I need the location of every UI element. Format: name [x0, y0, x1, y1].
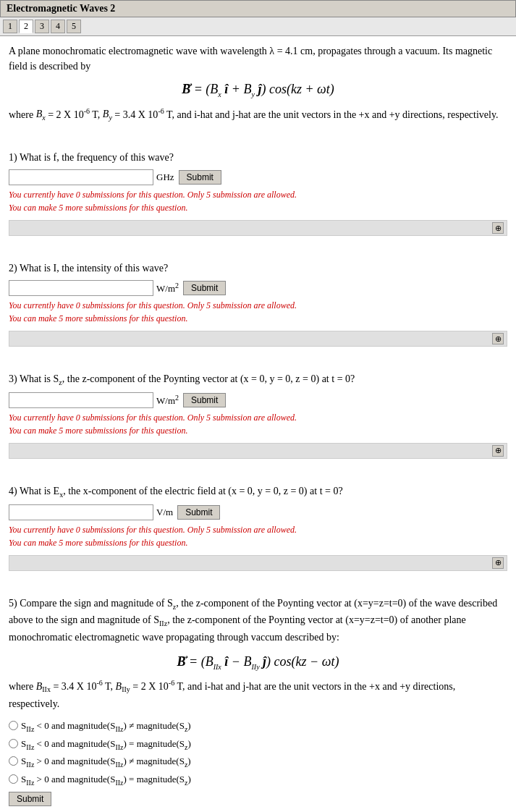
q2-input-row: W/m2 Submit — [9, 280, 507, 296]
q2-unit: W/m2 — [156, 282, 179, 295]
q5-radio-2[interactable] — [9, 739, 18, 748]
q4-input-row: V/m Submit — [9, 504, 507, 520]
q5-option-4: SIIz > 0 and magnitude(SIIz) = magnitude… — [9, 773, 507, 788]
q4-submission-info: You currently have 0 submissions for thi… — [9, 523, 507, 549]
tab-bar: 1 2 3 4 5 — [0, 17, 516, 36]
q1-label: 1) What is f, the frequency of this wave… — [9, 150, 507, 165]
tab-2[interactable]: 2 — [19, 20, 33, 33]
main-content: A plane monochromatic electromagnetic wa… — [0, 36, 516, 812]
question-2-section: 2) What is I, the intensity of this wave… — [9, 261, 507, 325]
q5-label: 5) Compare the sign and magnitude of Sz,… — [9, 596, 507, 646]
expand-button-2[interactable]: ⊕ — [492, 333, 504, 344]
q5-radio-4[interactable] — [9, 774, 18, 784]
expand-button-3[interactable]: ⊕ — [492, 445, 504, 457]
q3-input[interactable] — [9, 392, 153, 408]
q2-input[interactable] — [9, 280, 153, 296]
q4-unit: V/m — [156, 507, 173, 518]
expand-button-1[interactable]: ⊕ — [492, 222, 504, 234]
collapsible-bar-3: ⊕ — [9, 443, 507, 459]
page-title: Electromagnetic Waves 2 — [7, 3, 115, 14]
q4-submit-button[interactable]: Submit — [177, 505, 220, 520]
q5-option-3: SIIz > 0 and magnitude(SIIz) ≠ magnitude… — [9, 755, 507, 770]
tab-4[interactable]: 4 — [51, 20, 65, 33]
q3-input-row: W/m2 Submit — [9, 392, 507, 408]
intro-paragraph: A plane monochromatic electromagnetic wa… — [9, 43, 507, 74]
q3-unit: W/m2 — [156, 394, 179, 407]
q1-input-row: GHz Submit — [9, 169, 507, 185]
q1-unit: GHz — [156, 172, 174, 183]
tab-5[interactable]: 5 — [67, 20, 81, 33]
q5-radio-3[interactable] — [9, 756, 18, 766]
q5-submission-info: You currently have 0 submissions for thi… — [9, 809, 507, 812]
question-3-section: 3) What is Sz, the z-component of the Po… — [9, 371, 507, 437]
equation-2: B⃗ = (BIIx î − BIIy ĵ) cos(kz − ωt) — [9, 654, 507, 671]
question-1-section: 1) What is f, the frequency of this wave… — [9, 150, 507, 214]
q5-submit-button[interactable]: Submit — [9, 792, 51, 806]
expand-button-4[interactable]: ⊕ — [492, 557, 504, 569]
title-bar: Electromagnetic Waves 2 — [0, 0, 516, 17]
collapsible-bar-4: ⊕ — [9, 555, 507, 571]
q4-input[interactable] — [9, 504, 153, 520]
q2-label: 2) What is I, the intensity of this wave… — [9, 261, 507, 276]
question-5-section: 5) Compare the sign and magnitude of Sz,… — [9, 596, 507, 812]
where-text-2: where BIIx = 3.4 X 10-6 T, BIIy = 2 X 10… — [9, 677, 507, 712]
tab-3[interactable]: 3 — [35, 20, 49, 33]
q5-option-2: SIIz < 0 and magnitude(SIIz) = magnitude… — [9, 737, 507, 753]
intro-line2: field is described by — [9, 61, 90, 72]
q3-submission-info: You currently have 0 submissions for thi… — [9, 411, 507, 437]
q2-submission-info: You currently have 0 submissions for thi… — [9, 299, 507, 325]
q1-input[interactable] — [9, 169, 153, 185]
q3-label: 3) What is Sz, the z-component of the Po… — [9, 371, 507, 388]
collapsible-bar-2: ⊕ — [9, 331, 507, 347]
question-4-section: 4) What is Ex, the x-component of the el… — [9, 483, 507, 549]
equation-1: B⃗ = (Bx î + By ĵ) cos(kz + ωt) — [9, 81, 507, 98]
q1-submit-button[interactable]: Submit — [179, 170, 221, 185]
q4-label: 4) What is Ex, the x-component of the el… — [9, 483, 507, 500]
intro-line1: A plane monochromatic electromagnetic wa… — [9, 46, 492, 56]
where-text-1: where Bx = 2 X 10-6 T, By = 3.4 X 10-6 T… — [9, 106, 507, 124]
q1-submission-info: You currently have 0 submissions for thi… — [9, 188, 507, 214]
q5-option-1: SIIz < 0 and magnitude(SIIz) ≠ magnitude… — [9, 719, 507, 735]
q2-submit-button[interactable]: Submit — [183, 281, 226, 295]
collapsible-bar-1: ⊕ — [9, 220, 507, 236]
q5-radio-1[interactable] — [9, 721, 18, 730]
tab-1[interactable]: 1 — [3, 20, 17, 33]
q3-submit-button[interactable]: Submit — [183, 393, 226, 407]
